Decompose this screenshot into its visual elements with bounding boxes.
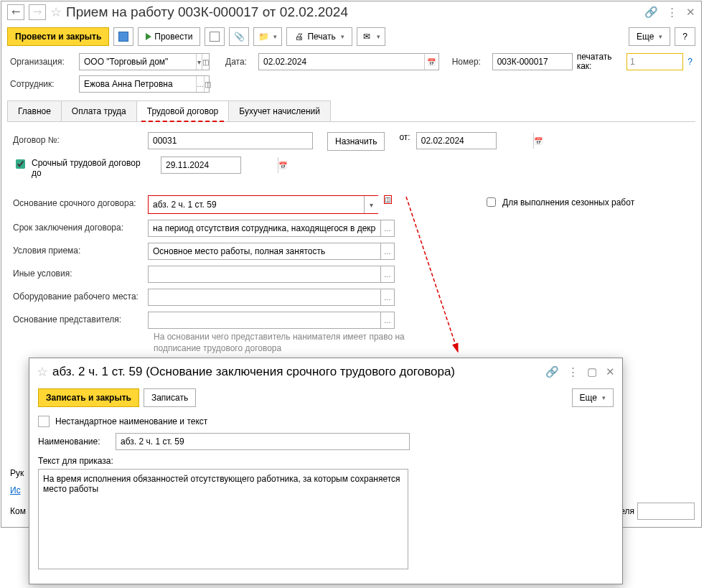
mail-icon (362, 32, 372, 42)
tab-main[interactable]: Главное (7, 101, 62, 121)
conditions-input[interactable] (148, 243, 380, 260)
rep-basis-input[interactable] (148, 312, 380, 329)
from-date-input[interactable] (417, 133, 533, 149)
save-button[interactable] (113, 27, 133, 46)
seasonal-label: Для выполнения сезонных работ (502, 197, 634, 207)
number-label: Номер: (452, 57, 488, 67)
close-icon[interactable]: ✕ (686, 6, 695, 19)
window-title: Прием на работу 003К-000017 от 02.02.202… (66, 4, 640, 20)
ellipsis-icon[interactable]: … (380, 312, 395, 329)
play-icon (146, 33, 151, 40)
duration-label: Срок заключения договора: (13, 220, 142, 233)
menu-dots-icon[interactable]: ⋮ (568, 365, 578, 378)
post-and-close-button[interactable]: Провести и закрыть (7, 27, 109, 46)
popup-save-close-button[interactable]: Записать и закрыть (38, 388, 139, 407)
popup-more-button[interactable]: Еще (572, 388, 614, 407)
help-button[interactable]: ? (675, 27, 695, 46)
popup-name-input[interactable] (116, 433, 410, 450)
dropdown-icon[interactable]: ▾ (196, 54, 202, 70)
rep-basis-label: Основание представителя: (13, 312, 142, 325)
print-icon (294, 32, 304, 42)
tab-contract[interactable]: Трудовой договор (136, 101, 229, 121)
popup-title: абз. 2 ч. 1 ст. 59 (Основание заключения… (52, 365, 541, 379)
forward-button[interactable]: 🡒 (29, 4, 46, 20)
equipment-input[interactable] (148, 289, 380, 306)
basis-label: Основание срочного договора: (13, 195, 142, 208)
duration-input[interactable] (148, 220, 380, 237)
from-label: от: (399, 132, 410, 142)
open-basis-button[interactable]: ◫ (384, 195, 392, 204)
open-icon[interactable]: ◫ (204, 76, 211, 92)
basis-input[interactable] (149, 196, 364, 213)
more-button[interactable]: Еще (629, 27, 670, 46)
favorite-icon[interactable]: ☆ (37, 364, 48, 380)
menu-dots-icon[interactable]: ⋮ (667, 6, 677, 19)
maximize-icon[interactable]: ▢ (587, 365, 597, 378)
org-input[interactable] (80, 54, 196, 70)
document-icon (210, 32, 220, 42)
seasonal-checkbox[interactable] (487, 197, 496, 207)
ellipsis-icon[interactable]: … (380, 243, 395, 260)
clip-icon (234, 32, 244, 42)
date-input[interactable] (259, 54, 424, 70)
org-label: Организация: (10, 57, 75, 67)
nonstd-checkbox[interactable] (38, 416, 50, 427)
nonstd-label: Нестандартное наименование и текст (55, 416, 207, 426)
history-link[interactable]: Ис (10, 485, 21, 495)
folder-icon (258, 32, 268, 42)
save-icon (118, 32, 128, 42)
calendar-icon[interactable]: 📅 (424, 54, 438, 70)
contract-no-label: Договор №: (13, 132, 142, 145)
ellipsis-icon[interactable]: … (380, 289, 395, 306)
calendar-icon[interactable]: 📅 (278, 157, 287, 173)
tab-accounting[interactable]: Бухучет начислений (228, 101, 331, 121)
rep-hint: На основании чего представитель нанимате… (154, 332, 412, 354)
popup-text-input[interactable] (38, 469, 408, 569)
employee-label: Сотрудник: (10, 79, 75, 89)
comment-label: Ком (10, 506, 26, 516)
popup-save-button[interactable]: Записать (144, 388, 196, 407)
post-button[interactable]: Провести (138, 27, 200, 46)
footer-input[interactable] (638, 503, 704, 519)
close-icon[interactable]: ✕ (606, 365, 615, 378)
tab-pay[interactable]: Оплата труда (61, 101, 137, 121)
other-label: Иные условия: (13, 266, 142, 279)
folder-button[interactable] (253, 27, 282, 46)
calendar-icon[interactable]: 📅 (533, 133, 543, 149)
help-link-icon[interactable]: ? (687, 57, 693, 67)
equipment-label: Оборудование рабочего места: (13, 289, 142, 302)
date-label: Дата: (225, 57, 254, 67)
manager-label: Рук (10, 468, 24, 478)
print-as-label: печатать как: (577, 52, 622, 71)
ellipsis-icon[interactable]: … (196, 76, 204, 92)
assign-button[interactable]: Назначить (327, 132, 385, 151)
back-button[interactable]: 🡐 (7, 4, 24, 20)
contract-no-input[interactable] (148, 132, 313, 149)
attach-button[interactable] (229, 27, 249, 46)
other-input[interactable] (148, 266, 380, 283)
open-icon[interactable]: ◫ (202, 54, 209, 70)
ellipsis-icon[interactable]: … (380, 266, 395, 283)
dropdown-icon[interactable]: ▾ (364, 196, 378, 213)
link-icon[interactable]: 🔗 (545, 365, 559, 378)
conditions-label: Условия приема: (13, 243, 142, 256)
print-as-input[interactable]: 1 (626, 53, 683, 70)
popup-name-label: Наименование: (38, 437, 110, 447)
favorite-icon[interactable]: ☆ (50, 4, 62, 20)
popup-text-label: Текст для приказа: (38, 456, 113, 466)
print-button[interactable]: Печать (286, 27, 352, 46)
link-icon[interactable]: 🔗 (644, 6, 658, 19)
ellipsis-icon[interactable]: … (380, 220, 395, 237)
document-button[interactable] (205, 27, 225, 46)
employee-input[interactable] (80, 76, 196, 92)
mail-button[interactable] (357, 27, 385, 46)
fixed-term-label: Срочный трудовой договор до (32, 158, 142, 178)
fixed-term-date-input[interactable] (161, 157, 278, 173)
fixed-term-checkbox[interactable] (16, 159, 25, 169)
